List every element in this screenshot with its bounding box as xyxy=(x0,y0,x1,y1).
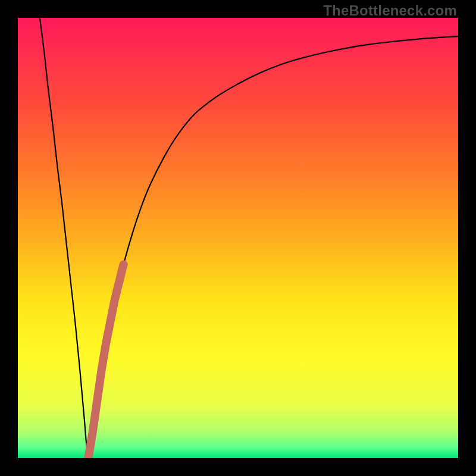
chart-frame: TheBottleneck.com xyxy=(0,0,476,476)
watermark-text: TheBottleneck.com xyxy=(323,2,457,19)
chart-lines xyxy=(18,18,458,458)
bottleneck-curve xyxy=(40,18,458,458)
highlight-segment xyxy=(88,264,123,458)
plot-area xyxy=(18,18,458,458)
